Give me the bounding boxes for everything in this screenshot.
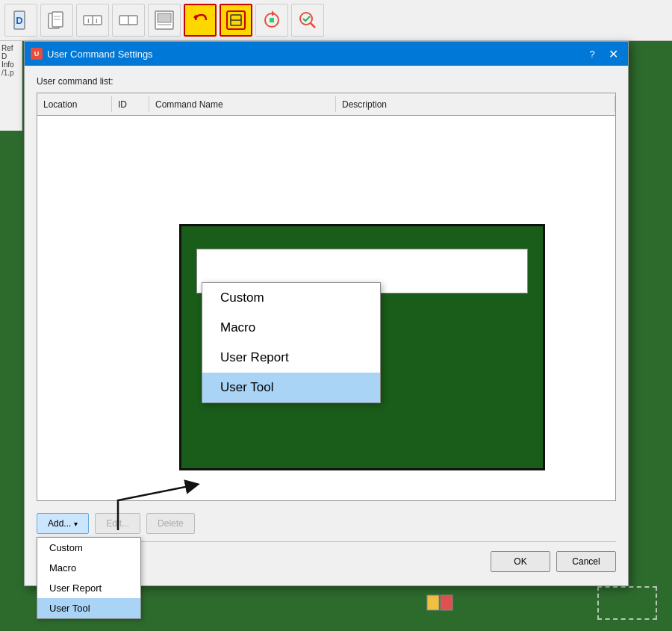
col-header-command-name: Command Name: [149, 96, 336, 112]
delete-button[interactable]: Delete: [146, 513, 195, 534]
zoom-dropdown: Custom Macro User Report User Tool: [202, 282, 381, 403]
svg-rect-21: [270, 18, 274, 22]
svg-text:D: D: [16, 15, 22, 26]
dialog-help-button[interactable]: ?: [585, 46, 600, 61]
col-header-location: Location: [37, 96, 112, 112]
edit-button[interactable]: Edit...: [95, 513, 140, 534]
cad-element-1: [426, 591, 455, 616]
dropdown-small: Custom Macro User Report User Tool: [37, 537, 141, 619]
dialog-close-button[interactable]: ✕: [604, 45, 622, 63]
zoom-dropdown-custom[interactable]: Custom: [202, 283, 380, 313]
toolbar-redo-btn[interactable]: [220, 4, 252, 37]
svg-rect-24: [427, 595, 439, 610]
dropdown-small-macro[interactable]: Macro: [37, 558, 140, 578]
svg-rect-14: [158, 13, 171, 22]
dropdown-small-user-tool[interactable]: User Tool: [37, 598, 140, 618]
svg-rect-25: [441, 595, 452, 610]
column-headers: Location ID Command Name Description: [37, 93, 615, 116]
toolbar-scale1-btn[interactable]: I I: [76, 4, 109, 37]
toolbar-layout-btn[interactable]: [148, 4, 181, 37]
col-header-id: ID: [112, 96, 149, 112]
toolbar-rotate-btn[interactable]: [255, 4, 288, 37]
toolbar-new-btn[interactable]: D: [4, 4, 37, 37]
main-toolbar: D I I: [0, 0, 672, 41]
toolbar-undo-btn[interactable]: [184, 4, 217, 37]
list-label: User command list:: [37, 76, 616, 87]
zoom-dropdown-macro[interactable]: Macro: [202, 313, 380, 343]
zoom-dropdown-user-report[interactable]: User Report: [202, 343, 380, 373]
svg-text:I: I: [87, 17, 90, 25]
sidebar-labels: Ref D Info /1.p: [0, 41, 22, 131]
toolbar-copy-btn[interactable]: [40, 4, 73, 37]
dialog-title: User Command Settings: [47, 49, 580, 60]
ok-button[interactable]: OK: [491, 551, 550, 572]
svg-line-23: [311, 23, 315, 28]
zoom-dropdown-user-tool[interactable]: User Tool: [202, 373, 380, 402]
toolbar-check-btn[interactable]: [291, 4, 324, 37]
add-button[interactable]: Add... ▾: [37, 513, 89, 534]
svg-text:I: I: [96, 17, 98, 25]
dropdown-small-custom[interactable]: Custom: [37, 538, 140, 558]
cad-dashed-rect: [597, 586, 657, 620]
action-buttons-row: Add... ▾ Custom Macro User Report User T…: [37, 509, 616, 538]
dialog-titlebar: U User Command Settings ? ✕: [25, 42, 628, 66]
col-header-description: Description: [336, 96, 615, 112]
dialog-app-icon: U: [31, 48, 43, 60]
cancel-button[interactable]: Cancel: [556, 551, 616, 572]
svg-point-22: [300, 13, 312, 25]
toolbar-scale2-btn[interactable]: [112, 4, 145, 37]
dropdown-small-user-report[interactable]: User Report: [37, 578, 140, 598]
